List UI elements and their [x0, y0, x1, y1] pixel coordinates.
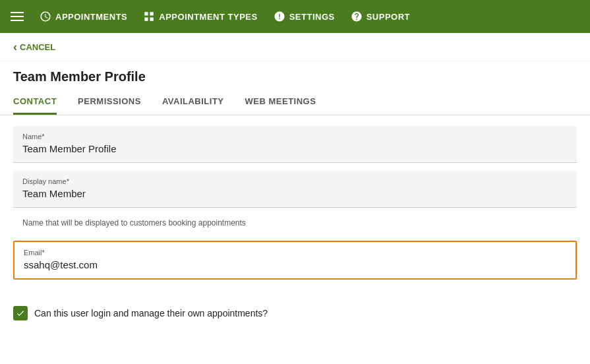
nav-appointment-types[interactable]: APPOINTMENT TYPES — [143, 11, 257, 22]
checkmark-icon — [16, 309, 25, 318]
name-input[interactable] — [22, 143, 568, 154]
tab-contact[interactable]: CONTACT — [13, 90, 57, 115]
login-checkbox[interactable] — [13, 306, 28, 320]
nav-appointments-label: APPOINTMENTS — [55, 12, 127, 22]
checkbox-row: Can this user login and manage their own… — [0, 298, 590, 320]
navbar: APPOINTMENTS APPOINTMENT TYPES SETTINGS … — [0, 0, 590, 33]
grid-icon — [143, 11, 155, 22]
email-input[interactable] — [24, 259, 566, 270]
form-area: Name* Display name* Name that will be di… — [0, 115, 590, 298]
hamburger-menu[interactable] — [11, 12, 24, 21]
cancel-bar: CANCEL — [0, 33, 590, 61]
cancel-label: CANCEL — [20, 42, 55, 52]
tab-web-meetings[interactable]: WEB MEETINGS — [245, 90, 316, 115]
nav-support[interactable]: SUPPORT — [351, 11, 410, 22]
email-field-group: Email* — [13, 241, 577, 280]
display-name-helper: Name that will be displayed to customers… — [13, 216, 577, 235]
tab-availability[interactable]: AVAILABILITY — [162, 90, 224, 115]
nav-appointment-types-label: APPOINTMENT TYPES — [159, 12, 257, 22]
tabs-container: CONTACT PERMISSIONS AVAILABILITY WEB MEE… — [0, 90, 590, 115]
nav-settings[interactable]: SETTINGS — [274, 11, 335, 22]
settings-icon — [274, 11, 285, 22]
nav-support-label: SUPPORT — [367, 12, 410, 22]
nav-settings-label: SETTINGS — [289, 12, 335, 22]
display-name-input[interactable] — [22, 188, 568, 199]
email-label: Email* — [24, 249, 566, 257]
clock-icon — [40, 11, 51, 22]
name-label: Name* — [22, 133, 568, 140]
display-name-label: Display name* — [22, 177, 568, 185]
display-name-field-group: Display name* — [13, 171, 577, 208]
name-field-group: Name* — [13, 126, 577, 163]
nav-appointments[interactable]: APPOINTMENTS — [40, 11, 127, 22]
page-title: Team Member Profile — [0, 61, 590, 90]
cancel-button[interactable]: CANCEL — [13, 41, 55, 53]
tab-permissions[interactable]: PERMISSIONS — [78, 90, 141, 115]
question-icon — [351, 11, 363, 22]
checkbox-label: Can this user login and manage their own… — [34, 308, 268, 318]
